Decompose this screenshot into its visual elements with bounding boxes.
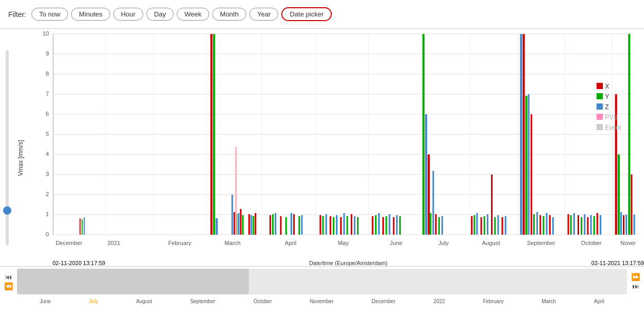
svg-rect-121 (568, 214, 569, 235)
svg-rect-49 (231, 195, 233, 235)
svg-rect-70 (322, 216, 324, 235)
mini-chart-labels: June July August September October Novem… (0, 296, 644, 306)
svg-text:2: 2 (46, 191, 49, 197)
svg-rect-54 (242, 215, 244, 235)
svg-rect-139 (634, 215, 635, 235)
svg-rect-72 (330, 216, 331, 235)
svg-rect-130 (597, 213, 598, 235)
svg-text:Event: Event (605, 124, 621, 131)
svg-rect-75 (340, 217, 342, 235)
mini-label-november: November (310, 299, 333, 304)
svg-rect-71 (326, 214, 327, 235)
svg-rect-122 (570, 215, 572, 235)
svg-rect-110 (522, 34, 524, 235)
svg-rect-124 (578, 215, 579, 235)
svg-rect-86 (388, 214, 390, 235)
filter-btn-week[interactable]: Week (177, 8, 209, 21)
svg-rect-85 (385, 216, 387, 235)
svg-rect-48 (216, 218, 218, 235)
mini-label-june: June (40, 299, 51, 304)
svg-rect-137 (628, 34, 630, 235)
svg-rect-134 (620, 212, 622, 235)
svg-rect-145 (597, 93, 603, 99)
svg-rect-94 (432, 171, 434, 235)
filter-btn-minutes[interactable]: Minutes (71, 8, 110, 21)
svg-rect-97 (442, 216, 443, 235)
svg-rect-91 (425, 114, 427, 235)
filter-label: Filter: (8, 10, 26, 19)
svg-rect-93 (430, 213, 431, 235)
svg-rect-103 (487, 214, 488, 235)
svg-text:December: December (56, 240, 82, 246)
filter-bar: Filter: To now Minutes Hour Day Week Mon… (0, 0, 644, 29)
chart-container: Vmax [mm/s] (0, 29, 644, 333)
scroll-last-btn[interactable]: ⏭ (631, 282, 640, 290)
svg-text:June: June (390, 240, 402, 246)
svg-rect-46 (210, 34, 212, 235)
mini-scrollbar-track[interactable] (17, 269, 627, 294)
svg-text:0: 0 (46, 231, 49, 237)
svg-text:March: March (225, 240, 241, 246)
svg-text:Nover: Nover (620, 240, 636, 246)
time-labels-row: 02-11-2020 13:17:59 Date/time (Europe/Am… (27, 259, 644, 266)
svg-rect-147 (597, 103, 603, 110)
svg-rect-53 (240, 209, 242, 235)
scroll-first-btn[interactable]: ⏮ (4, 273, 13, 281)
filter-btn-to-now[interactable]: To now (31, 8, 68, 21)
svg-text:1: 1 (46, 211, 49, 217)
scroll-nav-row: ⏮ ⏪ ⏩ ⏭ (0, 267, 644, 296)
filter-btn-day[interactable]: Day (146, 8, 174, 21)
svg-rect-74 (336, 215, 337, 235)
filter-btn-month[interactable]: Month (212, 8, 246, 21)
svg-rect-58 (255, 213, 256, 235)
svg-rect-78 (351, 214, 352, 235)
svg-text:6: 6 (46, 111, 49, 117)
svg-text:2021: 2021 (107, 240, 120, 246)
main-chart-svg: 0 1 2 3 4 5 6 7 8 9 10 December 2021 Feb… (27, 29, 644, 250)
scroll-next-btn[interactable]: ⏩ (631, 273, 640, 281)
y-axis-label: Vmax [mm/s] (14, 29, 27, 266)
svg-rect-119 (549, 215, 551, 235)
svg-text:September: September (527, 240, 555, 246)
svg-rect-133 (618, 154, 620, 235)
svg-text:Y: Y (605, 93, 609, 100)
mini-label-february: February (483, 299, 503, 304)
svg-text:Z: Z (605, 103, 609, 111)
svg-rect-56 (250, 215, 252, 235)
svg-rect-104 (491, 174, 493, 235)
svg-rect-83 (378, 213, 380, 235)
svg-rect-109 (520, 34, 522, 235)
svg-rect-123 (573, 213, 575, 235)
svg-rect-84 (382, 217, 384, 235)
svg-text:April: April (285, 240, 297, 246)
svg-rect-117 (543, 216, 544, 235)
scroll-prev-btn[interactable]: ⏪ (4, 282, 13, 290)
filter-btn-year[interactable]: Year (249, 8, 278, 21)
svg-rect-67 (298, 216, 300, 235)
svg-rect-66 (293, 214, 295, 235)
svg-rect-115 (536, 212, 538, 235)
svg-text:October: October (581, 240, 602, 246)
slider-thumb[interactable] (3, 206, 11, 215)
svg-rect-108 (505, 216, 506, 235)
svg-rect-68 (301, 215, 302, 235)
svg-rect-99 (473, 215, 475, 235)
time-end-label: 02-11-2021 13:17:59 (591, 260, 644, 266)
svg-rect-112 (528, 94, 530, 235)
svg-rect-114 (533, 214, 535, 235)
mini-label-2022: 2022 (433, 299, 445, 304)
svg-text:August: August (482, 240, 501, 246)
svg-rect-126 (584, 214, 585, 235)
svg-rect-151 (597, 124, 603, 130)
time-start-label: 02-11-2020 13:17:59 (53, 260, 105, 266)
svg-rect-118 (546, 213, 548, 235)
chart-with-axes: 0 1 2 3 4 5 6 7 8 9 10 December 2021 Feb… (27, 29, 644, 266)
svg-text:July: July (438, 240, 449, 246)
filter-btn-date-picker[interactable]: Date picker (281, 7, 332, 21)
svg-rect-63 (280, 216, 281, 235)
filter-btn-hour[interactable]: Hour (113, 8, 143, 21)
svg-rect-131 (600, 215, 601, 235)
svg-text:10: 10 (42, 30, 49, 37)
svg-rect-95 (435, 214, 437, 235)
mini-scrollbar-thumb[interactable] (17, 269, 249, 294)
